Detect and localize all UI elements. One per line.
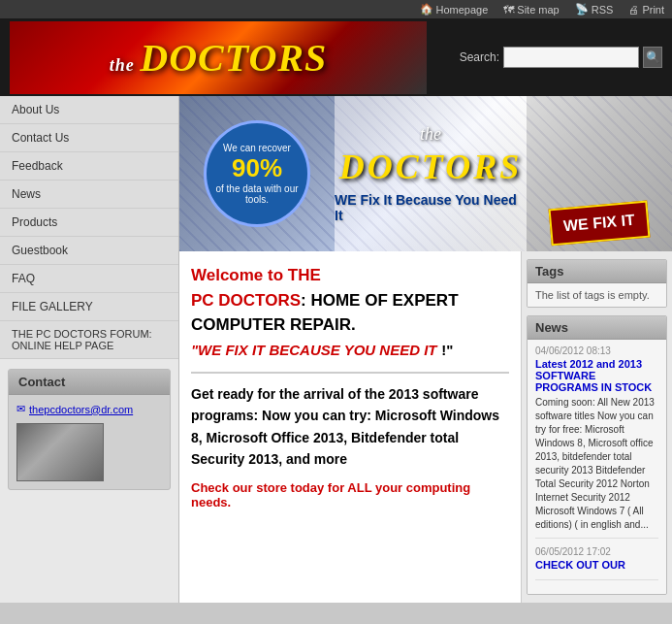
nav-item-forum[interactable]: THE PC DOCTORS FORUM: ONLINE HELP PAGE [0, 321, 178, 359]
banner-content: We can recover 90% of the data with our … [179, 96, 672, 251]
article-section2: Get ready for the arrival of the 2013 so… [191, 383, 509, 509]
print-link[interactable]: 🖨 Print [628, 3, 664, 16]
search-input[interactable] [503, 47, 639, 68]
content-area: We can recover 90% of the data with our … [179, 96, 672, 603]
news-date-0: 04/06/2012 08:13 [535, 345, 658, 356]
banner-title: DOCTORS [339, 147, 522, 187]
nav-item-guestbook[interactable]: Guestbook [0, 237, 178, 265]
article-title-welcome: Welcome to THE [191, 266, 321, 284]
news-item-0: 04/06/2012 08:13 Latest 2012 and 2013 SO… [535, 345, 658, 539]
top-bar: 🏠 Homepage 🗺 Site map 📡 RSS 🖨 Print [0, 0, 672, 18]
sitemap-icon: 🗺 [503, 4, 514, 16]
main-wrapper: About Us Contact Us Feedback News Produc… [0, 96, 672, 603]
article-title-brand: PC DOCTORS [191, 291, 301, 310]
logo-image: the DOCTORS [10, 21, 427, 94]
nav-item-gallery[interactable]: FILE GALLERY [0, 293, 178, 321]
contact-image [16, 423, 104, 481]
tags-box: Tags The list of tags is empty. [527, 259, 667, 308]
rss-link[interactable]: 📡 RSS [575, 3, 614, 16]
banner-the: the [420, 124, 441, 145]
logo-text: the DOCTORS [110, 35, 328, 81]
header: the DOCTORS Search: 🔍 [0, 18, 672, 96]
search-button[interactable]: 🔍 [643, 47, 662, 68]
tags-box-content: The list of tags is empty. [528, 283, 666, 307]
banner-fix-it-badge: WE FIX IT [549, 201, 651, 246]
right-panel: Tags The list of tags is empty. News 04/… [522, 251, 672, 603]
news-date-1: 06/05/2012 17:02 [535, 546, 658, 557]
banner-subtitle: WE Fix It Because You Need It [335, 192, 527, 223]
search-label: Search: [460, 50, 499, 64]
banner: We can recover 90% of the data with our … [179, 96, 672, 251]
banner-center: the DOCTORS WE Fix It Because You Need I… [335, 96, 527, 251]
banner-right: WE FIX IT [527, 96, 672, 251]
nav-item-news[interactable]: News [0, 181, 178, 209]
news-box-header: News [528, 316, 666, 340]
nav-item-about[interactable]: About Us [0, 96, 178, 124]
news-text-0: Coming soon: All New 2013 software title… [535, 396, 658, 532]
news-link-1[interactable]: CHECK OUT OUR [535, 559, 658, 571]
article-title: Welcome to THE PC DOCTORS: HOME OF EXPER… [191, 263, 509, 362]
home-icon: 🏠 [420, 3, 433, 16]
nav-item-feedback[interactable]: Feedback [0, 152, 178, 181]
contact-box: Contact ✉ thepcdoctors@dr.com [8, 369, 171, 490]
nav-item-faq[interactable]: FAQ [0, 265, 178, 293]
contact-box-content: ✉ thepcdoctors@dr.com [9, 395, 170, 489]
news-link-0[interactable]: Latest 2012 and 2013 SOFTWARE PROGRAMS I… [535, 358, 658, 393]
article-title-end: !" [441, 342, 453, 358]
main-content: Welcome to THE PC DOCTORS: HOME OF EXPER… [179, 251, 672, 603]
tags-box-header: Tags [528, 260, 666, 283]
article-section2-footer: Check our store today for ALL your compu… [191, 480, 509, 509]
contact-image-inner [17, 424, 103, 480]
article-title-italic: "WE FIX IT BECAUSE YOU NEED IT [191, 342, 437, 358]
article-area: Welcome to THE PC DOCTORS: HOME OF EXPER… [179, 251, 522, 603]
sidebar: About Us Contact Us Feedback News Produc… [0, 96, 179, 603]
news-panel-box: News 04/06/2012 08:13 Latest 2012 and 20… [527, 315, 667, 595]
news-box-content: 04/06/2012 08:13 Latest 2012 and 2013 SO… [528, 340, 666, 594]
search-area: Search: 🔍 [460, 47, 662, 68]
email-icon: ✉ [16, 403, 25, 415]
print-icon: 🖨 [628, 4, 639, 16]
rss-icon: 📡 [575, 3, 589, 16]
article-section2-title: Get ready for the arrival of the 2013 so… [191, 383, 509, 471]
sitemap-link[interactable]: 🗺 Site map [503, 3, 559, 16]
news-item-1: 06/05/2012 17:02 CHECK OUT OUR [535, 546, 658, 580]
nav-item-products[interactable]: Products [0, 209, 178, 237]
banner-left: We can recover 90% of the data with our … [179, 96, 335, 251]
nav-menu: About Us Contact Us Feedback News Produc… [0, 96, 178, 359]
homepage-link[interactable]: 🏠 Homepage [420, 3, 489, 16]
banner-sticker: We can recover 90% of the data with our … [204, 120, 310, 227]
nav-item-contact[interactable]: Contact Us [0, 124, 178, 152]
site-logo: the DOCTORS [10, 21, 427, 94]
contact-box-header: Contact [9, 370, 170, 395]
contact-email[interactable]: ✉ thepcdoctors@dr.com [16, 403, 162, 415]
